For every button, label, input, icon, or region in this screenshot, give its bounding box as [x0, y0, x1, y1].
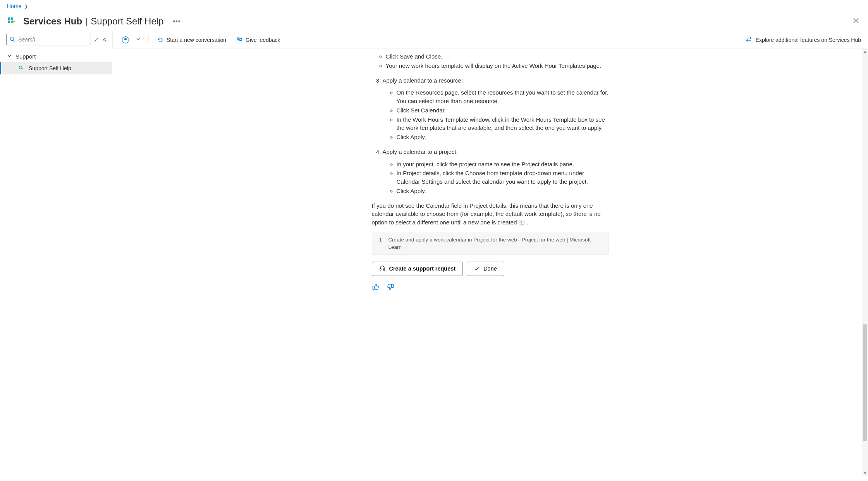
- step3-sublist: On the Resources page, select the resour…: [383, 88, 609, 141]
- account-picker-chevron[interactable]: [133, 35, 144, 44]
- answer-card: Click Save and Close. Your new work hour…: [363, 48, 618, 473]
- toolbar-separator: [148, 36, 149, 43]
- step2-sublist: Click Save and Close. Your new work hour…: [372, 52, 609, 70]
- sidebar-item-label: Support Self Help: [29, 65, 71, 71]
- create-support-request-button[interactable]: Create a support request: [372, 262, 463, 276]
- page-subtitle: Support Self Help: [91, 16, 163, 27]
- create-support-request-label: Create a support request: [389, 265, 456, 272]
- breadcrumb: Home ❯: [0, 0, 868, 12]
- app-name: Services Hub: [23, 16, 82, 27]
- svg-rect-10: [19, 68, 20, 69]
- search-icon: [10, 36, 15, 43]
- svg-rect-11: [21, 66, 22, 67]
- citation-box[interactable]: 1 Create and apply a work calendar in Pr…: [372, 233, 609, 255]
- citation-text: Create and apply a work calendar in Proj…: [388, 236, 603, 251]
- account-picker[interactable]: [116, 34, 131, 46]
- toolbar: Start a new conversation Give feedback: [112, 31, 868, 48]
- search-input-wrapper[interactable]: [6, 34, 91, 45]
- title-separator: |: [85, 16, 88, 27]
- svg-point-5: [10, 37, 14, 40]
- svg-point-12: [237, 38, 239, 39]
- list-item: In Project details, click the Choose fro…: [397, 169, 609, 186]
- step3-title: Apply a calendar to a resource:: [383, 77, 463, 84]
- nav-group-support: Support Support Self Help: [0, 48, 112, 77]
- explore-features-label: Explore additional features on Services …: [756, 37, 861, 43]
- chevron-down-icon: [7, 53, 12, 59]
- main-area: Start a new conversation Give feedback: [112, 31, 868, 478]
- more-actions-button[interactable]: •••: [173, 18, 180, 25]
- services-hub-logo-icon: [7, 16, 18, 27]
- list-item: On the Resources page, select the resour…: [397, 88, 609, 105]
- svg-rect-1: [8, 21, 10, 23]
- svg-rect-2: [11, 17, 13, 20]
- list-item: Click Apply.: [397, 133, 609, 141]
- list-item: In your project, click the project name …: [397, 160, 609, 169]
- done-button[interactable]: Done: [467, 262, 504, 276]
- page-title: Services Hub | Support Self Help: [23, 16, 163, 27]
- step4-sublist: In your project, click the project name …: [383, 160, 609, 195]
- list-item: Click Save and Close.: [386, 52, 609, 61]
- closing-tail: .: [525, 219, 528, 226]
- scrollbar-thumb[interactable]: [863, 324, 867, 441]
- ordered-steps: Apply a calendar to a resource: On the R…: [372, 76, 609, 195]
- start-new-conversation-button[interactable]: Start a new conversation: [153, 34, 230, 45]
- svg-rect-15: [380, 269, 381, 270]
- breadcrumb-home-link[interactable]: Home: [7, 3, 21, 9]
- start-new-conversation-label: Start a new conversation: [167, 37, 226, 43]
- list-item: Click Set Calendar.: [397, 106, 609, 115]
- step-item: Apply a calendar to a resource: On the R…: [383, 76, 609, 141]
- vertical-scrollbar[interactable]: ▲ ▼: [862, 48, 868, 476]
- explore-features-link[interactable]: Explore additional features on Services …: [746, 36, 861, 43]
- list-item: In the Work Hours Template window, click…: [397, 116, 609, 133]
- services-hub-small-icon: [19, 65, 25, 71]
- sidebar: Support Support Self Help: [0, 31, 112, 478]
- check-icon: [474, 265, 480, 272]
- closing-paragraph: If you do not see the Calendar field in …: [372, 202, 609, 227]
- nav-group-support-toggle[interactable]: Support: [0, 51, 112, 62]
- page-header: Services Hub | Support Self Help •••: [0, 12, 868, 31]
- reference-badge[interactable]: 1: [519, 220, 525, 226]
- sidebar-item-support-self-help[interactable]: Support Self Help: [0, 62, 112, 74]
- refresh-icon: [157, 37, 163, 43]
- list-item: Click Apply.: [397, 187, 609, 195]
- svg-line-6: [14, 40, 15, 41]
- search-input[interactable]: [17, 36, 88, 43]
- scrollbar-track[interactable]: [862, 54, 868, 470]
- svg-rect-0: [8, 17, 10, 20]
- headset-icon: [379, 265, 385, 272]
- feedback-icon: [236, 37, 242, 43]
- give-feedback-label: Give feedback: [246, 37, 280, 43]
- svg-rect-9: [19, 66, 20, 67]
- answer-actions: Create a support request Done: [372, 262, 609, 276]
- person-icon: [122, 36, 129, 43]
- give-feedback-button[interactable]: Give feedback: [232, 34, 284, 45]
- nav-group-label: Support: [15, 53, 36, 60]
- svg-rect-16: [383, 269, 385, 270]
- clear-search-button[interactable]: [93, 34, 100, 45]
- content-stage: Click Save and Close. Your new work hour…: [112, 48, 868, 478]
- closing-text: If you do not see the Calendar field in …: [372, 202, 601, 226]
- swap-icon: [746, 36, 752, 43]
- step4-title: Apply a calendar to a project:: [383, 148, 458, 155]
- feedback-buttons: [372, 283, 609, 291]
- scrollbar-down-arrow-icon[interactable]: ▼: [863, 470, 867, 476]
- collapse-sidebar-button[interactable]: [101, 34, 109, 45]
- close-button[interactable]: [851, 15, 861, 28]
- done-label: Done: [483, 265, 497, 272]
- chevron-right-icon: ❯: [24, 4, 28, 9]
- thumbs-up-button[interactable]: [372, 283, 380, 291]
- thumbs-down-button[interactable]: [387, 283, 394, 291]
- scrollbar-up-arrow-icon[interactable]: ▲: [863, 48, 867, 54]
- step-item: Apply a calendar to a project: In your p…: [383, 148, 609, 195]
- list-item: Your new work hours template will displa…: [386, 62, 609, 70]
- citation-number: 1: [377, 236, 382, 251]
